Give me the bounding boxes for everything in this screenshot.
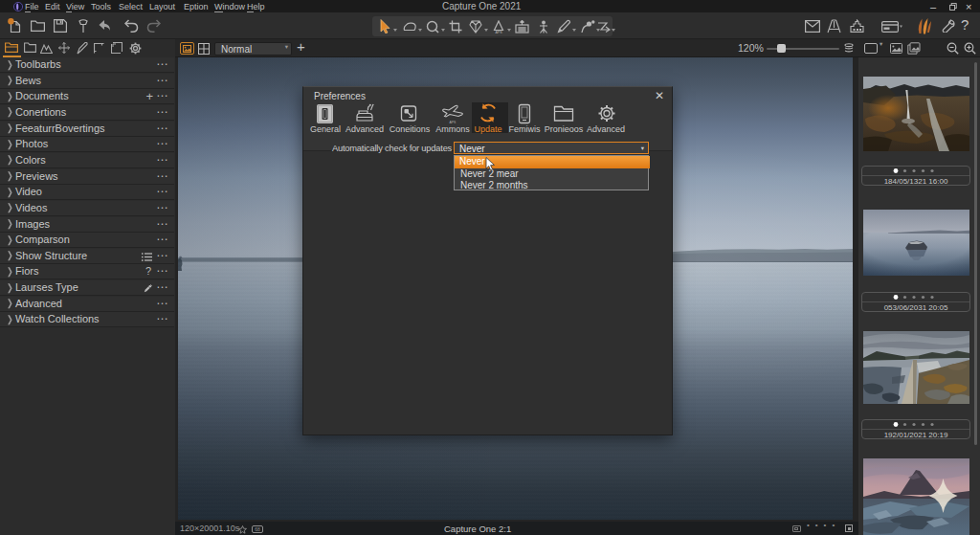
svg-text:APS: APS — [495, 31, 502, 33]
